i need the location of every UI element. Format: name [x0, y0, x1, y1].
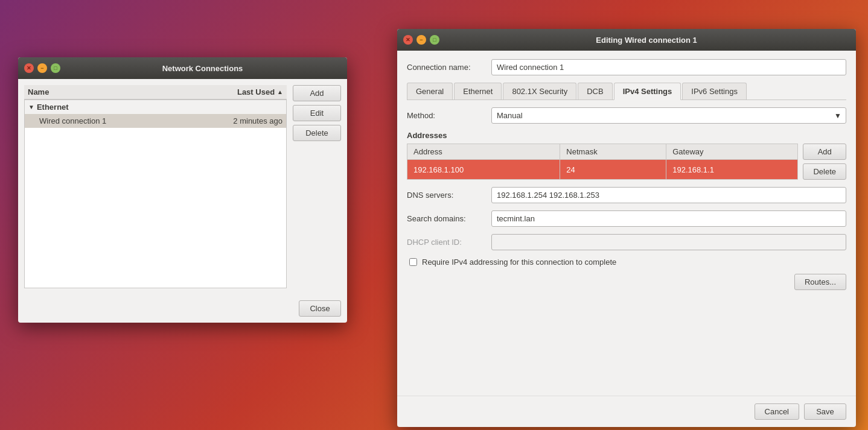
nc-close-button[interactable]: ✕	[24, 63, 34, 73]
nc-title: Network Connections	[64, 64, 341, 73]
search-domains-input[interactable]	[491, 210, 846, 227]
edit-title: Editing Wired connection 1	[443, 36, 850, 45]
routes-row: Routes...	[407, 274, 846, 290]
edit-content: Connection name: General Ethernet 802.1X…	[397, 51, 856, 396]
dhcp-id-row: DHCP client ID:	[407, 234, 846, 250]
gateway-col-header: Gateway	[666, 144, 798, 160]
edit-titlebar: ✕ − □ Editing Wired connection 1	[397, 29, 856, 51]
nc-content: Name Last Used ▲ ▼ Ethernet Wired connec…	[18, 79, 347, 294]
connection-name-input[interactable]	[491, 59, 846, 75]
tab-general[interactable]: General	[407, 83, 453, 100]
require-ipv4-row: Require IPv4 addressing for this connect…	[407, 258, 846, 267]
nc-buttons: Add Edit Delete	[293, 85, 341, 288]
cancel-button[interactable]: Cancel	[755, 403, 799, 420]
addresses-table: Address Netmask Gateway 192.168.1.100 24…	[407, 144, 798, 180]
addresses-title: Addresses	[407, 131, 846, 140]
addresses-header-row: Address Netmask Gateway	[407, 144, 798, 160]
tab-dcb[interactable]: DCB	[578, 83, 612, 100]
nc-minimize-button[interactable]: −	[37, 63, 47, 73]
tab-ipv6[interactable]: IPv6 Settings	[682, 83, 747, 100]
nc-name-col: Name	[28, 87, 237, 96]
nc-list-header: Name Last Used ▲	[24, 85, 287, 100]
editing-window: ✕ − □ Editing Wired connection 1 Connect…	[397, 29, 856, 427]
address-cell: 192.168.1.100	[407, 160, 560, 180]
require-ipv4-label[interactable]: Require IPv4 addressing for this connect…	[422, 258, 616, 267]
address-row[interactable]: 192.168.1.100 24 192.168.1.1	[407, 160, 798, 180]
method-select[interactable]: Automatic (DHCP) Manual Link-Local Only …	[491, 107, 846, 124]
nc-list-body: ▼ Ethernet Wired connection 1 2 minutes …	[24, 100, 287, 288]
ipv4-tab-content: Method: Automatic (DHCP) Manual Link-Loc…	[407, 107, 846, 387]
dhcp-id-label: DHCP client ID:	[407, 238, 485, 247]
routes-button[interactable]: Routes...	[794, 274, 846, 290]
edit-maximize-button[interactable]: □	[430, 35, 439, 45]
nc-list-area: Name Last Used ▲ ▼ Ethernet Wired connec…	[24, 85, 287, 288]
method-label: Method:	[407, 111, 485, 120]
connection-name-label: Connection name:	[407, 63, 485, 72]
nc-edit-button[interactable]: Edit	[293, 105, 341, 121]
dns-label: DNS servers:	[407, 191, 485, 200]
network-connections-titlebar: ✕ − □ Network Connections	[18, 57, 347, 79]
addr-add-button[interactable]: Add	[803, 144, 846, 160]
tab-ipv4[interactable]: IPv4 Settings	[614, 83, 681, 100]
nc-close-btn[interactable]: Close	[299, 300, 341, 317]
method-row: Method: Automatic (DHCP) Manual Link-Loc…	[407, 107, 846, 124]
tab-ethernet[interactable]: Ethernet	[454, 83, 502, 100]
connection-name: Wired connection 1	[39, 116, 233, 125]
require-ipv4-checkbox[interactable]	[409, 258, 417, 266]
addr-buttons: Add Delete	[803, 144, 846, 180]
addresses-table-wrapper: Address Netmask Gateway 192.168.1.100 24…	[407, 144, 846, 180]
address-col-header: Address	[407, 144, 560, 160]
method-select-wrapper: Automatic (DHCP) Manual Link-Local Only …	[491, 107, 846, 124]
nc-lastused-col: Last Used ▲	[237, 87, 283, 96]
edit-close-button[interactable]: ✕	[403, 35, 413, 45]
edit-window-bottom: Cancel Save	[397, 396, 856, 427]
edit-minimize-button[interactable]: −	[416, 35, 426, 45]
dns-input[interactable]	[491, 187, 846, 203]
tab-security[interactable]: 802.1X Security	[503, 83, 576, 100]
nc-delete-button[interactable]: Delete	[293, 125, 341, 141]
connection-last-used: 2 minutes ago	[233, 116, 282, 125]
netmask-cell: 24	[560, 160, 666, 180]
nc-bottom: Close	[18, 294, 347, 323]
netmask-col-header: Netmask	[560, 144, 666, 160]
tabs-row: General Ethernet 802.1X Security DCB IPv…	[407, 83, 846, 100]
ethernet-group-label: Ethernet	[37, 103, 69, 112]
dns-row: DNS servers:	[407, 187, 846, 203]
nc-add-button[interactable]: Add	[293, 85, 341, 101]
addr-delete-button[interactable]: Delete	[803, 163, 846, 180]
search-domains-label: Search domains:	[407, 214, 485, 223]
dhcp-id-input[interactable]	[491, 234, 846, 250]
connection-name-row: Connection name:	[407, 59, 846, 75]
nc-maximize-button[interactable]: □	[51, 63, 60, 73]
ethernet-group-header: ▼ Ethernet	[25, 100, 286, 114]
search-domains-row: Search domains:	[407, 210, 846, 227]
sort-arrow-icon: ▲	[277, 89, 283, 95]
addresses-section: Addresses Address Netmask Gateway	[407, 131, 846, 180]
connection-row[interactable]: Wired connection 1 2 minutes ago	[25, 114, 286, 128]
gateway-cell: 192.168.1.1	[666, 160, 798, 180]
ethernet-expand-icon: ▼	[28, 104, 34, 110]
network-connections-window: ✕ − □ Network Connections Name Last Used…	[18, 57, 347, 323]
save-button[interactable]: Save	[804, 403, 846, 420]
